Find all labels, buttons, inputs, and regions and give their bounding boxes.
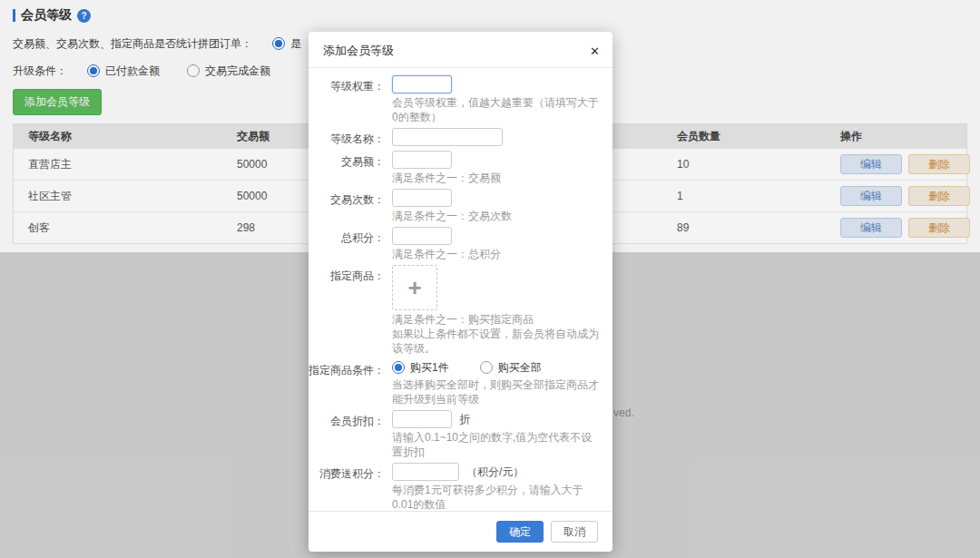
field-points-per-yuan: 消费送积分： （积分/元） 每消费1元可获得多少积分，请输入大于0.01的数值	[309, 463, 600, 511]
field-hint: 满足条件之一：购买指定商品	[392, 312, 600, 327]
field-level-name: 等级名称：	[309, 128, 600, 147]
field-product-condition: 指定商品条件： 购买1件 购买全部 当选择购买全部时，则购买全部指定商品才能升级…	[309, 359, 600, 406]
modal-header: 添加会员等级 ✕	[309, 32, 612, 68]
buy-all-radio[interactable]: 购买全部	[480, 360, 542, 376]
field-trade-count: 交易次数： 满足条件之一：交易次数	[309, 189, 600, 223]
field-suffix: 折	[459, 412, 470, 427]
field-hint: 满足条件之一：交易次数	[392, 209, 600, 223]
field-label: 指定商品：	[309, 265, 392, 356]
member-discount-input[interactable]	[392, 410, 452, 428]
field-level-weight: 等级权重： 会员等级权重，值越大越重要（请填写大于0的整数）	[309, 75, 600, 124]
modal-footer: 确定 取消	[309, 511, 612, 552]
modal-body: 等级权重： 会员等级权重，值越大越重要（请填写大于0的整数） 等级名称： 交易额…	[309, 68, 612, 511]
plus-icon: +	[407, 276, 421, 299]
field-hint: 当选择购买全部时，则购买全部指定商品才能升级到当前等级	[392, 377, 600, 406]
field-hint: 满足条件之一：总积分	[392, 247, 600, 261]
add-product-button[interactable]: +	[392, 265, 437, 310]
confirm-button[interactable]: 确定	[496, 521, 544, 543]
radio-label: 购买1件	[410, 360, 449, 376]
field-trade-amount: 交易额： 满足条件之一：交易额	[309, 151, 600, 185]
radio-unselected-icon	[480, 361, 493, 374]
field-label: 交易次数：	[309, 189, 392, 223]
trade-amount-input[interactable]	[392, 151, 452, 169]
close-icon[interactable]: ✕	[590, 45, 600, 57]
field-suffix: （积分/元）	[466, 465, 524, 480]
screen: 会员等级 ? 交易额、交易次数、指定商品是否统计拼团订单： 是 否 升级条件： …	[0, 0, 980, 558]
field-label: 等级名称：	[309, 128, 392, 147]
field-label: 等级权重：	[309, 75, 392, 124]
field-member-discount: 会员折扣： 折 请输入0.1~10之间的数字,值为空代表不设置折扣	[309, 410, 600, 459]
field-label: 指定商品条件：	[309, 359, 392, 406]
field-total-points: 总积分： 满足条件之一：总积分	[309, 227, 600, 261]
buy-one-radio[interactable]: 购买1件	[392, 360, 449, 376]
field-hint: 每消费1元可获得多少积分，请输入大于0.01的数值	[392, 483, 600, 511]
modal-title: 添加会员等级	[323, 43, 394, 59]
trade-count-input[interactable]	[392, 189, 452, 207]
field-hint: 如果以上条件都不设置，新会员将自动成为该等级。	[392, 327, 600, 356]
field-hint: 会员等级权重，值越大越重要（请填写大于0的整数）	[392, 95, 600, 124]
field-hint: 请输入0.1~10之间的数字,值为空代表不设置折扣	[392, 430, 600, 459]
total-points-input[interactable]	[392, 227, 452, 245]
points-per-yuan-input[interactable]	[392, 463, 459, 481]
field-label: 消费送积分：	[309, 463, 392, 511]
field-specified-product: 指定商品： + 满足条件之一：购买指定商品 如果以上条件都不设置，新会员将自动成…	[309, 265, 600, 356]
field-label: 交易额：	[309, 151, 392, 185]
field-label: 会员折扣：	[309, 410, 392, 459]
add-level-modal: 添加会员等级 ✕ 等级权重： 会员等级权重，值越大越重要（请填写大于0的整数） …	[309, 32, 612, 552]
level-weight-input[interactable]	[392, 75, 452, 93]
field-label: 总积分：	[309, 227, 392, 261]
level-name-input[interactable]	[392, 128, 503, 146]
cancel-button[interactable]: 取消	[551, 521, 598, 543]
radio-label: 购买全部	[498, 360, 542, 376]
field-hint: 满足条件之一：交易额	[392, 171, 600, 185]
radio-selected-icon	[392, 361, 405, 374]
